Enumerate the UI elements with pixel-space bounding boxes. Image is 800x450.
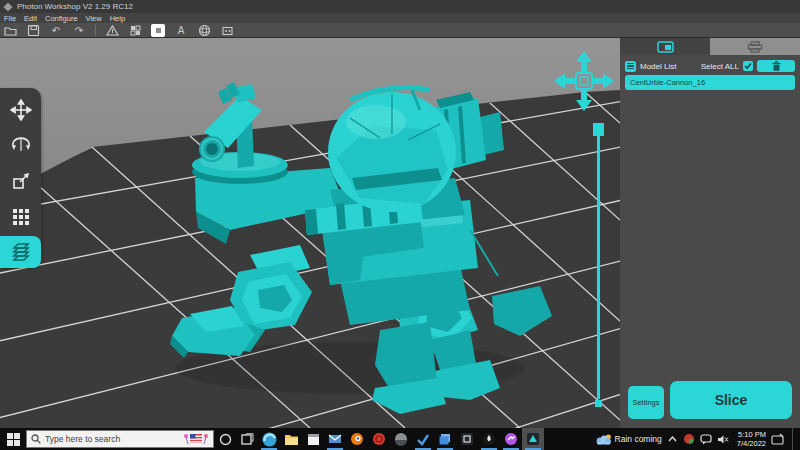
purple-chat-icon [504,432,518,446]
undo-icon: ↶ [52,25,60,36]
model-list-label: Model List [640,62,676,71]
analyze-button[interactable] [105,24,119,37]
layers-icon [10,241,32,263]
panel-actions: Settings Slice [620,381,800,419]
nav-reset-view-button[interactable] [576,73,592,89]
support-icon [221,24,234,37]
photon-workshop-icon [526,432,540,446]
menu-file[interactable]: File [4,14,16,23]
gray-sphere-app[interactable] [390,428,412,450]
tray-chevron-icon[interactable] [667,434,678,444]
panel-tabs [620,38,800,55]
layer-slider-handle[interactable] [593,123,604,136]
arrange-tool[interactable] [0,201,41,233]
blue-files-icon [438,433,452,446]
nav-down-arrow[interactable] [576,90,592,111]
touch-keyboard-tray-icon[interactable] [771,433,784,446]
menu-help[interactable]: Help [110,14,125,23]
chat-tray-icon[interactable] [700,434,712,445]
menu-edit[interactable]: Edit [24,14,37,23]
start-button[interactable] [0,433,26,446]
view-tools-panel [0,88,41,268]
cortana-button[interactable] [214,428,236,450]
purple-chat-app[interactable] [500,428,522,450]
clock-date: 7/4/2022 [737,439,766,448]
weather-widget[interactable]: Rain coming [595,433,662,446]
open-button[interactable] [3,24,17,37]
edge-app[interactable] [258,428,280,450]
delete-model-button[interactable] [757,60,795,72]
speaker-tray-icon[interactable] [717,434,729,445]
move-icon [10,99,32,121]
photon-workshop-window: Photon Workshop V2 1.29 RC12 File Edit C… [0,0,800,450]
undo-button[interactable]: ↶ [49,24,63,37]
move-tool[interactable] [0,94,41,126]
tab-print[interactable] [710,38,800,55]
taskbar-clock[interactable]: 5:10 PM 7/4/2022 [737,430,766,449]
dark-square-app[interactable] [456,428,478,450]
select-all-label: Select ALL [701,62,739,71]
photon-workshop-taskbar-button[interactable] [522,428,544,450]
rotate-tool[interactable] [0,130,41,162]
search-input[interactable]: Type here to search [26,430,214,448]
search-placeholder: Type here to search [45,434,179,444]
support-tool-button[interactable] [220,24,234,37]
calendar-icon [307,433,320,446]
mail-icon [328,433,342,445]
mirror-button[interactable] [128,24,142,37]
nav-right-arrow[interactable] [593,73,614,89]
rotate-icon [10,134,32,156]
viewport-3d[interactable] [0,38,620,428]
blue-files-app[interactable] [434,428,456,450]
trash-icon [772,61,781,71]
nav-up-arrow[interactable] [576,51,592,72]
save-button[interactable] [26,24,40,37]
orange-swirl-icon [372,432,386,446]
toolbar-separator [95,25,96,36]
scale-icon [10,170,32,192]
globe-icon [198,24,211,37]
model-list-item[interactable]: CentUrbie-Cannon_16 [625,75,795,90]
menu-bar: File Edit Configure View Help [0,13,800,23]
collapse-panel-icon[interactable] [625,61,636,72]
system-tray: Rain coming 5:10 PM 7/4/2022 [595,428,800,450]
blue-check-app[interactable] [412,428,434,450]
title-bar: Photon Workshop V2 1.29 RC12 [0,0,800,13]
printer-tab-icon [747,41,763,53]
rain-cloud-icon [595,433,612,446]
menu-view[interactable]: View [86,14,102,23]
windows-logo-icon [7,433,20,446]
july4-flag-doodle-icon [183,432,209,446]
file-explorer-app[interactable] [280,428,302,450]
layer-slider[interactable] [592,123,605,407]
slice-button[interactable]: Slice [670,381,792,419]
task-view-button[interactable] [236,428,258,450]
black-droplet-app[interactable] [478,428,500,450]
select-all-checkbox[interactable] [743,61,753,71]
file-explorer-icon [284,433,299,446]
windows-taskbar: Type here to search [0,428,800,450]
calendar-app[interactable] [302,428,324,450]
arrange-icon [10,206,32,228]
redo-button[interactable]: ↷ [72,24,86,37]
sphere-tool-button[interactable] [197,24,211,37]
model-tab-icon [657,41,674,53]
orange-swirl-app[interactable] [368,428,390,450]
mail-app[interactable] [324,428,346,450]
layer-slider-track[interactable] [597,131,600,399]
antivirus-tray-icon[interactable] [683,433,695,445]
settings-button[interactable]: Settings [628,386,664,419]
slice-view-tool[interactable] [0,236,41,268]
menu-configure[interactable]: Configure [45,14,78,23]
dark-square-icon [460,432,474,446]
cortana-icon [219,433,232,446]
blender-app[interactable] [346,428,368,450]
text-tool-button[interactable]: A [174,24,188,37]
gray-sphere-icon [394,432,408,446]
slice-label: Slice [715,392,748,408]
tab-model[interactable] [620,38,710,55]
plate-button[interactable] [151,24,165,37]
scale-tool[interactable] [0,165,41,197]
show-desktop-button[interactable] [792,428,796,450]
nav-left-arrow[interactable] [554,73,575,89]
